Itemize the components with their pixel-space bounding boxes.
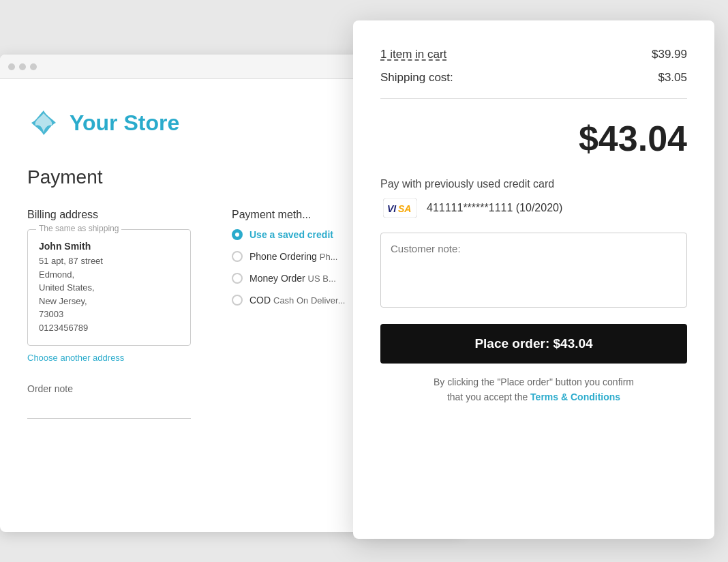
cart-price: $39.99 xyxy=(652,48,687,61)
payment-label-cod: COD Cash On Deliver... xyxy=(249,295,346,306)
browser-dot-2 xyxy=(19,63,26,70)
address-name: John Smith xyxy=(39,241,179,252)
credit-card-section: Pay with previously used credit card VI … xyxy=(380,178,687,219)
terms-text: By clicking the "Place order" button you… xyxy=(380,374,687,405)
svg-text:VI: VI xyxy=(387,203,397,214)
credit-card-label: Pay with previously used credit card xyxy=(380,178,687,190)
radio-phone[interactable] xyxy=(232,251,243,262)
total-amount: $43.04 xyxy=(380,118,687,159)
order-summary-card: 1 item in cart $39.99 Shipping cost: $3.… xyxy=(353,20,714,539)
customer-note-textarea[interactable] xyxy=(380,233,687,308)
shipping-row: Shipping cost: $3.05 xyxy=(380,71,687,85)
terms-text-line1: By clicking the "Place order" button you… xyxy=(434,376,634,387)
visa-row: VI SA 411111******1111 (10/2020) xyxy=(380,197,687,219)
address-line-4: New Jersey, xyxy=(39,295,179,308)
shipping-price: $3.05 xyxy=(658,71,687,85)
shipping-label: Shipping cost: xyxy=(380,71,453,85)
billing-address-section: Billing address The same as shipping Joh… xyxy=(27,209,191,363)
address-line-5: 73003 xyxy=(39,308,179,321)
terms-text-line2: that you accept the xyxy=(447,391,528,402)
radio-money-order[interactable] xyxy=(232,273,243,284)
terms-link[interactable]: Terms & Conditions xyxy=(530,391,620,402)
payment-label-saved-credit: Use a saved credit xyxy=(249,229,333,240)
cart-link[interactable]: 1 item in cart xyxy=(380,48,446,61)
address-box: The same as shipping John Smith 51 apt, … xyxy=(27,229,191,346)
card-number: 411111******1111 (10/2020) xyxy=(427,202,562,214)
store-logo-icon xyxy=(27,106,60,139)
visa-svg: VI SA xyxy=(383,198,417,218)
order-note-input[interactable] xyxy=(27,398,191,419)
divider xyxy=(380,98,687,99)
address-phone: 0123456789 xyxy=(39,321,179,335)
billing-section-title: Billing address xyxy=(27,209,191,221)
payment-label-money-order: Money Order US B... xyxy=(249,273,336,284)
visa-logo-icon: VI SA xyxy=(380,197,420,219)
choose-address-link[interactable]: Choose another address xyxy=(27,353,191,363)
radio-saved-credit[interactable] xyxy=(232,229,243,240)
place-order-button[interactable]: Place order: $43.04 xyxy=(380,324,687,364)
address-line-1: 51 apt, 87 street xyxy=(39,254,179,268)
svg-text:SA: SA xyxy=(398,203,411,214)
browser-dot-3 xyxy=(30,63,37,70)
payment-label-phone: Phone Ordering Ph... xyxy=(249,251,337,262)
address-line-2: Edmond, xyxy=(39,268,179,282)
address-box-label: The same as shipping xyxy=(36,224,121,233)
browser-dot-1 xyxy=(8,63,15,70)
cart-row: 1 item in cart $39.99 xyxy=(380,48,687,61)
radio-cod[interactable] xyxy=(232,295,243,306)
address-line-3: United States, xyxy=(39,281,179,295)
store-name: Your Store xyxy=(70,110,179,136)
